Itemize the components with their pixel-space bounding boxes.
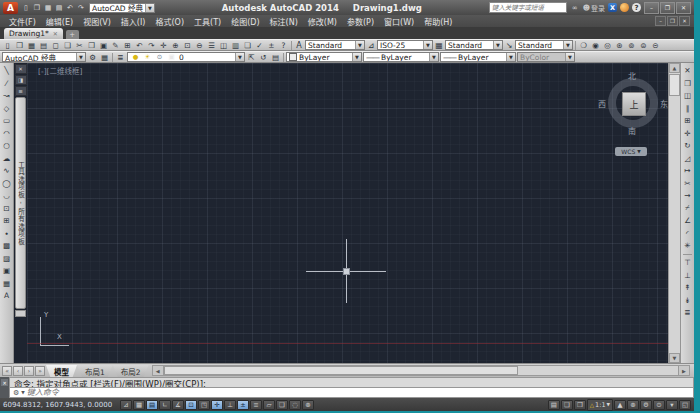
workspace-select-toolbar[interactable]: AutoCAD 经典 ▼ [2,52,86,62]
signin-button[interactable]: ☻ 登录 [583,3,605,13]
plot-preview-icon[interactable]: ◻ [50,40,61,50]
minimize-button[interactable]: – [644,2,659,14]
communication-center-icon[interactable] [620,3,629,12]
quick-view-drawings-button[interactable]: ❐ [574,400,586,410]
doc-minimize-button[interactable]: – [655,16,666,26]
infocenter-search-input[interactable] [489,2,567,13]
viewcube-west-label[interactable]: 西 [598,98,606,109]
dim-style-select[interactable]: ISO-25 ▼ [377,40,433,50]
copy-icon[interactable]: ❐ [682,78,693,89]
maximize-button[interactable]: ❐ [660,2,675,14]
tab-next-button[interactable]: › [24,366,34,376]
tool-button-3[interactable]: ◎ [602,40,613,50]
tab-layout2[interactable]: 布局2 [113,365,149,377]
tab-last-button[interactable]: » [35,366,45,376]
viewcube[interactable]: 北 南 西 东 上 [601,71,665,135]
viewcube-top-face[interactable]: 上 [622,92,646,116]
command-input-line[interactable]: ⚙ ▼ [9,387,694,398]
move-icon[interactable]: ✛ [682,128,693,139]
copy-clip-icon[interactable]: ❐ [86,40,97,50]
open-icon[interactable]: ❒ [32,2,42,13]
workspace-settings-icon[interactable]: ⚙ [87,52,98,62]
publish-icon[interactable]: ❑ [62,40,73,50]
close-icon[interactable]: ✕ [15,64,27,74]
new-drawing-tab-button[interactable]: + [66,30,79,39]
close-icon[interactable]: ✕ [1,379,8,386]
quick-properties-toggle[interactable]: ❏ [276,400,288,410]
arc-icon[interactable]: ◠ [1,128,12,139]
revision-cloud-icon[interactable]: ☁ [1,153,12,164]
tab-prev-button[interactable]: ‹ [13,366,23,376]
offset-icon[interactable]: ∥ [682,103,693,114]
menu-help[interactable]: 帮助(H) [419,16,457,27]
undo-icon[interactable]: ↶ [65,2,75,13]
make-object-layer-current-icon[interactable]: ⇱ [246,52,257,62]
close-button[interactable]: ✕ [676,2,691,14]
scroll-left-icon[interactable]: ◀ [153,366,164,375]
close-icon[interactable]: ✕ [53,30,58,37]
palette-grip[interactable] [15,310,26,317]
tab-first-button[interactable]: « [2,366,12,376]
rectangle-icon[interactable]: ▭ [1,115,12,126]
quickcalc-icon[interactable]: ± [266,40,277,50]
snap-mode-toggle[interactable]: ▦ [133,400,145,410]
tool-palettes-title[interactable]: 工具选项板 - 所有选项板 [15,97,26,309]
mleader-style-select[interactable]: Standard ▼ [515,40,573,50]
trim-icon[interactable]: ✂ [682,178,693,189]
infer-constraints-toggle[interactable]: ⊿ [120,400,132,410]
multiline-text-icon[interactable]: A [1,290,12,301]
exchange-apps-icon[interactable]: X [608,3,617,12]
horizontal-scrollbar[interactable]: ◀ ▶ [152,365,690,376]
open-icon[interactable]: ❒ [14,40,25,50]
annotation-scale-button[interactable]: △ 1:1 ▼ [587,399,613,411]
ortho-mode-toggle[interactable]: ∟ [159,400,171,410]
text-style-select[interactable]: Standard ▼ [305,40,365,50]
pan-icon[interactable]: ✛ [158,40,169,50]
erase-icon[interactable]: ✕ [682,65,693,76]
help-icon[interactable]: ? [278,40,289,50]
menu-modify[interactable]: 修改(M) [303,16,342,27]
layer-select[interactable]: ●☀⊙▣ 0 ▼ [127,52,245,62]
tool-button-5[interactable]: ⊚ [626,40,637,50]
menu-format[interactable]: 格式(O) [150,16,189,27]
polyline-icon[interactable]: ↝ [1,90,12,101]
break-icon[interactable]: ⌿ [682,203,693,214]
help-icon[interactable]: ? [632,3,641,12]
layer-freeze-icon[interactable]: ☀ [142,52,153,62]
viewcube-north-label[interactable]: 北 [628,70,636,81]
block-editor-icon[interactable]: ⊞ [122,40,133,50]
mirror-icon[interactable]: ◫ [682,90,693,101]
make-block-icon[interactable]: ⊞ [1,215,12,226]
menu-view[interactable]: 视图(V) [78,16,116,27]
scroll-down-icon[interactable]: ▼ [669,353,680,363]
annotation-monitor-toggle[interactable]: ⊕ [302,400,314,410]
rotate-icon[interactable]: ↻ [682,140,693,151]
menu-file[interactable]: 文件(F) [4,16,41,27]
transparency-toggle[interactable]: ▱ [263,400,275,410]
menu-draw[interactable]: 绘图(D) [226,16,264,27]
autohide-icon[interactable]: ◨ [15,75,27,85]
tool-button-6[interactable]: ⊜ [638,40,649,50]
tab-layout1[interactable]: 布局1 [77,365,113,377]
chamfer-icon[interactable]: ∠ [682,215,693,226]
ellipse-icon[interactable]: ◯ [1,178,12,189]
lineweight-select[interactable]: —— ByLayer ▼ [440,52,516,62]
palette-properties-icon[interactable]: ≡ [15,86,27,96]
save-icon[interactable]: ▦ [43,2,53,13]
menu-window[interactable]: 窗口(W) [379,16,419,27]
line-icon[interactable]: ╲ [1,65,12,76]
polar-tracking-toggle[interactable]: ∡ [172,400,184,410]
grid-display-toggle[interactable]: ▤ [146,400,158,410]
menu-parametric[interactable]: 参数(P) [342,16,379,27]
command-input[interactable] [27,388,693,397]
paste-icon[interactable]: ▣ [98,40,109,50]
menu-insert[interactable]: 插入(I) [116,16,151,27]
customize-icon[interactable]: ⚙ [13,389,19,397]
scale-icon[interactable]: ◿ [682,153,693,164]
vertical-scrollbar[interactable]: ▲ ▼ [668,63,680,363]
object-snap-toggle[interactable]: ⊡ [185,400,197,410]
new-icon[interactable]: ▯ [21,2,31,13]
annotation-visibility-button[interactable]: ▲ [614,400,626,410]
send-under-icon[interactable]: ↡ [682,295,693,306]
zoom-previous-icon[interactable]: ⊖ [194,40,205,50]
